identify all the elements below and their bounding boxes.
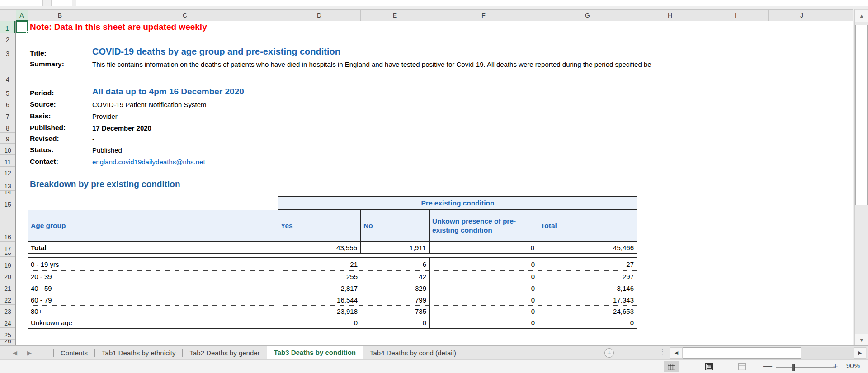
row-header-18[interactable]: 18: [0, 253, 15, 257]
column-header-B[interactable]: B: [28, 10, 92, 21]
zoom-in-icon[interactable]: +: [830, 361, 841, 372]
table-cell[interactable]: 16,544: [278, 294, 361, 306]
table-cell[interactable]: 0: [538, 317, 637, 329]
sheet-tab-tab4[interactable]: Tab4 Deaths by cond (detail): [363, 346, 463, 360]
sheet-nav-right-icon[interactable]: ▶: [27, 350, 32, 356]
row-header-15[interactable]: 15: [0, 196, 15, 209]
row-header-9[interactable]: 9: [0, 133, 15, 144]
column-header-E[interactable]: E: [361, 10, 429, 21]
table-total-value[interactable]: 0: [429, 242, 538, 254]
sheet-tab-tab2[interactable]: Tab2 Deaths by gender: [183, 346, 266, 360]
table-cell[interactable]: 799: [361, 294, 429, 306]
table-cell[interactable]: 27: [538, 257, 637, 271]
sheet-tab-tab3[interactable]: Tab3 Deaths by condition: [267, 346, 363, 360]
insert-function-area[interactable]: [51, 0, 72, 6]
table-col-header[interactable]: Unkown presence of pre-existing conditio…: [429, 210, 538, 242]
row-header-19[interactable]: 19: [0, 257, 15, 270]
normal-view-button[interactable]: [664, 361, 679, 372]
column-header-D[interactable]: D: [278, 10, 361, 21]
scroll-down-icon[interactable]: ▼: [855, 334, 868, 346]
table-cell[interactable]: 21: [278, 257, 361, 271]
table-cell[interactable]: 297: [538, 270, 637, 282]
table-cell[interactable]: 0: [361, 317, 429, 329]
table-total-value[interactable]: 1,911: [361, 242, 429, 254]
table-cell[interactable]: 6: [361, 257, 429, 271]
row-header-23[interactable]: 23: [0, 305, 15, 316]
table-cell[interactable]: 0 - 19 yrs: [28, 257, 278, 271]
table-cell[interactable]: Unknown age: [28, 317, 278, 329]
row-header-4[interactable]: 4: [0, 58, 15, 84]
table-cell[interactable]: 80+: [28, 305, 278, 317]
row-header-2[interactable]: 2: [0, 33, 15, 44]
row-header-6[interactable]: 6: [0, 98, 15, 109]
table-cell[interactable]: 735: [361, 305, 429, 317]
column-header-I[interactable]: I: [703, 10, 769, 21]
table-cell[interactable]: 0: [429, 317, 538, 329]
row-header-5[interactable]: 5: [0, 84, 15, 98]
row-header-11[interactable]: 11: [0, 155, 15, 167]
row-header-8[interactable]: 8: [0, 121, 15, 133]
table-cell[interactable]: 0: [429, 282, 538, 294]
hscroll-right-icon[interactable]: ▶: [854, 347, 866, 359]
page-layout-view-button[interactable]: [702, 361, 716, 372]
row-header-22[interactable]: 22: [0, 293, 15, 305]
vertical-scrollbar[interactable]: ▲ ▼: [854, 9, 868, 347]
add-sheet-icon[interactable]: +: [604, 348, 614, 358]
column-header-F[interactable]: F: [429, 10, 538, 21]
zoom-slider-thumb[interactable]: [792, 364, 795, 371]
sheet-nav-left-icon[interactable]: ◀: [13, 350, 17, 356]
row-header-1[interactable]: 1: [0, 21, 15, 33]
sheet-canvas[interactable]: Note: Data in this sheet are updated wee…: [16, 21, 853, 345]
row-header-7[interactable]: 7: [0, 109, 15, 121]
table-total-value[interactable]: 45,466: [538, 242, 637, 254]
table-col-header[interactable]: Total: [538, 210, 637, 242]
name-box[interactable]: [0, 0, 43, 6]
table-cell[interactable]: 0: [278, 317, 361, 329]
horizontal-scrollbar-thumb[interactable]: [683, 347, 801, 359]
column-header-H[interactable]: H: [637, 10, 703, 21]
row-header-26[interactable]: 26: [0, 340, 15, 345]
table-cell[interactable]: 0: [429, 294, 538, 306]
table-cell[interactable]: 329: [361, 282, 429, 294]
column-header-J[interactable]: J: [769, 10, 835, 21]
column-header-C[interactable]: C: [92, 10, 278, 21]
row-header-14[interactable]: 14: [0, 191, 15, 196]
table-cell[interactable]: 42: [361, 270, 429, 282]
horizontal-scrollbar[interactable]: ◀ ▶: [670, 347, 867, 359]
row-header-16[interactable]: 16: [0, 209, 15, 242]
column-header-partial[interactable]: [835, 10, 853, 21]
row-header-12[interactable]: 12: [0, 167, 15, 177]
scroll-up-icon[interactable]: ▲: [855, 9, 868, 22]
contact-email-link[interactable]: england.covid19dailydeaths@nhs.net: [92, 158, 205, 167]
table-cell[interactable]: 17,343: [538, 294, 637, 306]
page-break-view-button[interactable]: [735, 361, 749, 372]
table-cell[interactable]: 0: [429, 305, 538, 317]
vertical-scrollbar-thumb[interactable]: [855, 25, 868, 205]
row-header-20[interactable]: 20: [0, 270, 15, 281]
row-header-17[interactable]: 17: [0, 242, 15, 253]
column-header-G[interactable]: G: [538, 10, 637, 21]
table-cell[interactable]: 24,653: [538, 305, 637, 317]
table-cell[interactable]: 20 - 39: [28, 270, 278, 282]
fill-handle[interactable]: [26, 31, 29, 34]
zoom-level[interactable]: 90%: [846, 362, 860, 369]
table-col-header[interactable]: Yes: [278, 210, 361, 242]
hscroll-left-icon[interactable]: ◀: [670, 347, 683, 359]
table-cell[interactable]: 0: [429, 257, 538, 271]
table-cell[interactable]: 2,817: [278, 282, 361, 294]
sheet-tab-contents[interactable]: Contents: [54, 346, 94, 360]
table-cell[interactable]: 3,146: [538, 282, 637, 294]
table-cell[interactable]: 0: [429, 270, 538, 282]
zoom-slider-track[interactable]: [776, 367, 835, 368]
row-header-25[interactable]: 25: [0, 328, 15, 340]
table-cell[interactable]: 23,918: [278, 305, 361, 317]
table-cell[interactable]: 255: [278, 270, 361, 282]
row-header-24[interactable]: 24: [0, 316, 15, 328]
table-cell[interactable]: 60 - 79: [28, 294, 278, 306]
table-col-header[interactable]: Age group: [28, 210, 278, 242]
row-header-10[interactable]: 10: [0, 144, 15, 155]
table-group-header[interactable]: Pre existing condition: [278, 196, 637, 210]
column-header-A[interactable]: A: [16, 10, 28, 21]
table-cell[interactable]: 40 - 59: [28, 282, 278, 294]
table-total-label[interactable]: Total: [28, 242, 278, 254]
